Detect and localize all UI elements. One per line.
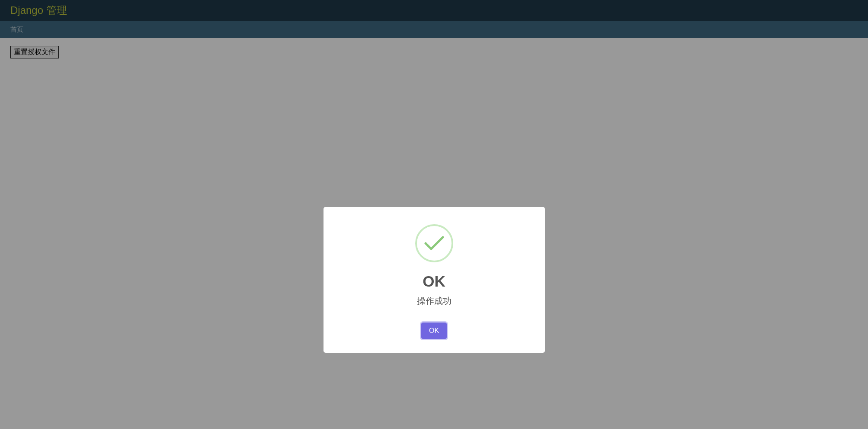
modal-title: OK bbox=[423, 273, 445, 290]
modal-overlay[interactable]: OK 操作成功 OK bbox=[0, 0, 868, 429]
modal-message: 操作成功 bbox=[417, 295, 452, 307]
modal-ok-button[interactable]: OK bbox=[421, 323, 447, 339]
success-modal: OK 操作成功 OK bbox=[323, 207, 545, 353]
checkmark-icon bbox=[424, 235, 444, 251]
success-icon bbox=[415, 224, 453, 262]
